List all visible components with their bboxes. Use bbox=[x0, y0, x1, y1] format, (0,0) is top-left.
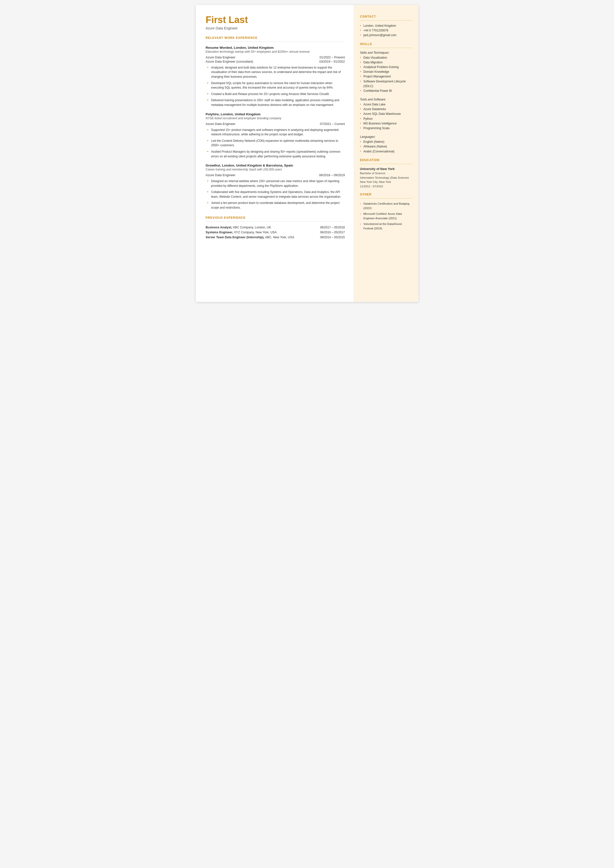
company-block-1: Resume Worded, London, United Kingdom Ed… bbox=[206, 46, 345, 107]
company-2-bullet-1: Supported 15+ product managers and softw… bbox=[207, 128, 345, 137]
left-column: First Last Azure Data Engineer RELEVANT … bbox=[196, 5, 354, 302]
prev-exp-2-company: XYZ Company, New York, USA bbox=[233, 231, 277, 234]
resume-container: First Last Azure Data Engineer RELEVANT … bbox=[196, 5, 419, 302]
name-title-block: First Last Azure Data Engineer bbox=[206, 15, 345, 30]
company-1-name-line: Resume Worded, London, United Kingdom bbox=[206, 46, 345, 50]
company-2-bullet-3: Assited Product Managers by designing an… bbox=[207, 149, 345, 158]
company-3-role-1-title: Azure Data Engineer bbox=[206, 173, 236, 177]
company-3-bullet-3: Joined a ten-person product team to coor… bbox=[207, 201, 345, 210]
skill-1: Data Visualisation bbox=[360, 56, 412, 60]
company-2-name-line: Polyhire, London, United Kingdom bbox=[206, 112, 345, 116]
company-1-role-2-title: Azure Data Engineer (consultant) bbox=[206, 60, 253, 63]
prev-exp-row-3: Server Team Data Engineer (Internship), … bbox=[206, 236, 345, 239]
skills-techniques-label: Skills and Techniques: bbox=[360, 51, 412, 54]
prev-exp-1-role: Business Analyst, bbox=[206, 226, 232, 229]
company-1-role-2-row: Azure Data Engineer (consultant) 10/2019… bbox=[206, 60, 345, 63]
tool-3: Azure SQL Data Warehouse bbox=[360, 112, 412, 116]
company-1-role-1-title: Azure Data Engineer bbox=[206, 56, 236, 59]
previous-exp-table: Business Analyst, ABC Company, London, U… bbox=[206, 226, 345, 239]
prev-exp-1-left: Business Analyst, ABC Company, London, U… bbox=[206, 226, 318, 229]
skills-divider bbox=[360, 48, 412, 48]
company-3-bullet-2: Collaborated with five departments inclu… bbox=[207, 190, 345, 199]
previous-exp-heading: PREVIOUS EXPERIENCE bbox=[206, 216, 345, 219]
job-title: Azure Data Engineer bbox=[206, 26, 345, 30]
skill-5: Project Management bbox=[360, 74, 412, 79]
tool-2: Azure Databricks bbox=[360, 107, 412, 112]
company-3-location: London, United Kingdom & Barcelona, Spai… bbox=[222, 163, 293, 167]
company-3-name-line: Growthsi, London, United Kingdom & Barce… bbox=[206, 163, 345, 167]
tool-5: MS Business Intelligence bbox=[360, 121, 412, 126]
company-1-bullet-4: Delivered training presentations to 250+… bbox=[207, 98, 345, 107]
other-heading: OTHER bbox=[360, 193, 412, 196]
lang-2: Afrikaans (Native) bbox=[360, 144, 412, 149]
relevant-work-heading: RELEVANT WORK EXPERIENCE bbox=[206, 36, 345, 40]
other-list: Databricks Certification and Badging (20… bbox=[360, 202, 412, 231]
prev-exp-3-dates: 09/2014 – 05/2015 bbox=[320, 236, 345, 239]
education-heading: EDUCATION bbox=[360, 158, 412, 162]
company-3-bullets: Designed an internal webiste where 150+ … bbox=[206, 179, 345, 210]
company-block-2: Polyhire, London, United Kingdom NYSE-li… bbox=[206, 112, 345, 159]
prev-exp-3-role: Server Team Data Engineer (Internship), bbox=[206, 236, 264, 239]
company-1-role-2-dates: 10/2019 – 01/2022 bbox=[319, 60, 345, 63]
edu-field: Information Technology (Data Science) bbox=[360, 175, 412, 180]
edu-location: New York City, New York bbox=[360, 180, 412, 184]
skill-6: Software Development Lifecycle (SDLC) bbox=[360, 79, 412, 89]
company-1-location: London, United Kingdom bbox=[234, 46, 273, 50]
lang-1: English (Native) bbox=[360, 140, 412, 144]
tool-6: Programming Scala bbox=[360, 126, 412, 130]
company-3-bullet-1: Designed an internal webiste where 150+ … bbox=[207, 179, 345, 188]
tool-1: Azure Data Lake bbox=[360, 102, 412, 107]
company-3-role-1-dates: 06/2018 – 09/2019 bbox=[319, 174, 345, 177]
company-1-bullet-2: Developed SQL scripts for query automati… bbox=[207, 81, 345, 90]
prev-exp-row-2: Systems Engineer, XYZ Company, New York,… bbox=[206, 231, 345, 234]
company-1-bullet-3: Created a Build and Relase process for 2… bbox=[207, 92, 345, 96]
prev-exp-2-dates: 06/2016 – 05/2017 bbox=[320, 231, 345, 234]
prev-exp-row-1: Business Analyst, ABC Company, London, U… bbox=[206, 226, 345, 229]
company-3-name: Growthsi, bbox=[206, 163, 221, 167]
contact-location: London, United Kingdom bbox=[360, 23, 412, 28]
company-2-name: Polyhire, bbox=[206, 112, 220, 116]
education-divider bbox=[360, 164, 412, 164]
skills-techniques-list: Data Visualisation Data Migration Analyt… bbox=[360, 56, 412, 93]
other-1: Databricks Certification and Badging (20… bbox=[360, 202, 412, 211]
contact-list: London, United Kingdom +44 0 7701235678 … bbox=[360, 23, 412, 38]
skill-4: Domain Knowledge bbox=[360, 70, 412, 74]
company-1-desc: Education technology startup with 50+ em… bbox=[206, 50, 345, 53]
contact-email: jack.johnson@gmail.com bbox=[360, 33, 412, 37]
company-1-name: Resume Worded, bbox=[206, 46, 233, 50]
company-2-bullet-2: Led the Content Delivery Network (CDN) e… bbox=[207, 138, 345, 148]
company-1-role-1-dates: 01/2022 – Present bbox=[319, 56, 345, 59]
contact-heading: CONTACT bbox=[360, 15, 412, 18]
prev-exp-1-company: ABC Company, London, UK bbox=[232, 226, 271, 229]
company-2-bullets: Supported 15+ product managers and softw… bbox=[206, 128, 345, 159]
languages-list: English (Native) Afrikaans (Native) Arab… bbox=[360, 140, 412, 154]
edu-degree: Bachelor of Science bbox=[360, 171, 412, 175]
contact-phone: +44 0 7701235678 bbox=[360, 28, 412, 33]
prev-exp-2-left: Systems Engineer, XYZ Company, New York,… bbox=[206, 231, 318, 234]
edu-school: University of New York bbox=[360, 167, 412, 171]
prev-exp-3-company: ABC, New York, USA bbox=[264, 236, 294, 239]
languages-label: Languages: bbox=[360, 135, 412, 138]
tools-label: Tools and Software: bbox=[360, 98, 412, 101]
company-1-bullet-1: Analyzed, designed and built data soluti… bbox=[207, 65, 345, 79]
right-column: CONTACT London, United Kingdom +44 0 770… bbox=[354, 5, 419, 302]
company-2-role-1-title: Azure Data Engineer bbox=[206, 122, 236, 126]
prev-exp-1-dates: 06/2017 – 05/2018 bbox=[320, 226, 345, 229]
company-3-role-1-row: Azure Data Engineer 06/2018 – 09/2019 bbox=[206, 173, 345, 177]
company-block-3: Growthsi, London, United Kingdom & Barce… bbox=[206, 163, 345, 210]
company-1-role-1-row: Azure Data Engineer 01/2022 – Present bbox=[206, 56, 345, 59]
company-2-location: London, United Kingdom bbox=[220, 112, 260, 116]
relevant-work-divider bbox=[206, 42, 345, 42]
candidate-name: First Last bbox=[206, 15, 345, 25]
prev-exp-3-left: Server Team Data Engineer (Internship), … bbox=[206, 236, 318, 239]
other-2: Microsoft Certified: Azure Data Engineer… bbox=[360, 211, 412, 221]
tool-4: Python bbox=[360, 116, 412, 121]
skill-2: Data Migration bbox=[360, 60, 412, 65]
skills-heading: SKILLS bbox=[360, 42, 412, 46]
skill-7: Confidential Power BI bbox=[360, 89, 412, 93]
company-3-desc: Career training and membership SaaS with… bbox=[206, 168, 345, 171]
company-2-role-1-dates: 07/2021 – Current bbox=[320, 122, 345, 126]
skill-3: Analytical Problem-Solving bbox=[360, 65, 412, 70]
prev-exp-2-role: Systems Engineer, bbox=[206, 231, 233, 234]
edu-dates: 11/2012 - 07/2015 bbox=[360, 184, 412, 189]
